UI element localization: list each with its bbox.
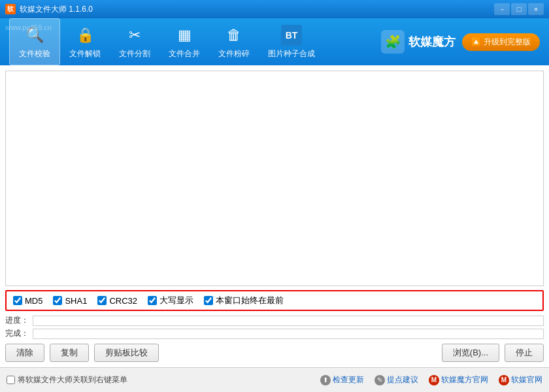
checkbox-md5-input[interactable] [13, 296, 22, 305]
nav-label-verify: 文件校验 [19, 48, 50, 59]
brand-logo: 🧩 软媒魔方 [381, 30, 456, 54]
nav-label-merge: 文件合并 [169, 48, 200, 59]
close-button[interactable]: × [528, 3, 544, 15]
browse-button[interactable]: 浏览(B)... [442, 344, 499, 362]
checkbox-crc32[interactable]: CRC32 [97, 296, 137, 306]
nav-items: 🔍 文件校验 🔒 文件解锁 ✂ 文件分割 ▦ 文件合并 🗑 文件粉碎 BT 图片… [9, 18, 324, 65]
content-box[interactable] [5, 71, 544, 286]
progress-bar [33, 316, 544, 326]
buttons-row: 清除 复制 剪贴板比较 浏览(B)... 停止 [5, 344, 544, 362]
nav-label-shred: 文件粉碎 [218, 48, 250, 59]
upgrade-button[interactable]: 🔼 升级到完整版 [462, 33, 540, 51]
progress-row: 进度： [5, 315, 544, 326]
checkbox-sha1[interactable]: SHA1 [53, 296, 87, 306]
upgrade-label: 升级到完整版 [484, 37, 531, 48]
suggestion-label: 提点建议 [387, 374, 418, 385]
checkbox-uppercase-label: 大写显示 [159, 295, 193, 306]
options-row: MD5 SHA1 CRC32 大写显示 本窗口始终在最前 [5, 290, 544, 311]
complete-label: 完成： [5, 328, 29, 339]
checkbox-sha1-label: SHA1 [65, 296, 87, 306]
checkbox-crc32-input[interactable] [97, 296, 107, 305]
ruanmei-official-label: 软媒魔方官网 [441, 374, 488, 385]
clear-button[interactable]: 清除 [5, 344, 44, 362]
ruanmei-label: 软媒官网 [511, 374, 542, 385]
status-bar: 将软媒文件大师关联到右键菜单 ⬆ 检查更新 ✎ 提点建议 M 软媒魔方官网 M … [0, 367, 549, 392]
app-icon: 软 [5, 4, 16, 14]
stop-button[interactable]: 停止 [505, 344, 544, 362]
merge-icon: ▦ [174, 25, 195, 46]
brand-icon: 🧩 [381, 30, 405, 54]
nav-item-btseed[interactable]: BT 图片种子合成 [259, 18, 324, 65]
status-checkbox-input[interactable] [7, 376, 15, 384]
verify-icon: 🔍 [24, 25, 45, 46]
compare-button[interactable]: 剪贴板比较 [94, 344, 159, 362]
checkbox-md5-label: MD5 [25, 296, 42, 306]
shred-icon: 🗑 [224, 25, 244, 46]
checkbox-uppercase-input[interactable] [148, 296, 157, 305]
status-checkbox-label: 将软媒文件大师关联到右键菜单 [18, 374, 127, 385]
checkbox-ontop-input[interactable] [204, 296, 213, 305]
upgrade-arrow-icon: 🔼 [471, 37, 481, 46]
nav-item-decrypt[interactable]: 🔒 文件解锁 [60, 18, 110, 65]
nav-item-split[interactable]: ✂ 文件分割 [110, 18, 159, 65]
check-update-link[interactable]: ⬆ 检查更新 [320, 374, 364, 385]
brand-name: 软媒魔方 [408, 34, 456, 50]
toolbar-right: 🧩 软媒魔方 🔼 升级到完整版 [381, 18, 546, 65]
ruanmei-link[interactable]: M 软媒官网 [499, 374, 542, 385]
nav-label-split: 文件分割 [119, 48, 150, 59]
checkbox-md5[interactable]: MD5 [13, 296, 42, 306]
window-controls: － □ × [494, 3, 544, 15]
nav-item-merge[interactable]: ▦ 文件合并 [159, 18, 209, 65]
status-checkbox[interactable]: 将软媒文件大师关联到右键菜单 [7, 374, 127, 385]
nav-item-shred[interactable]: 🗑 文件粉碎 [209, 18, 259, 65]
status-links: ⬆ 检查更新 ✎ 提点建议 M 软媒魔方官网 M 软媒官网 [320, 374, 542, 385]
title-bar: 软 软媒文件大师 1.1.6.0 － □ × [0, 0, 549, 18]
ruanmei-official-icon: M [429, 375, 439, 385]
check-update-label: 检查更新 [333, 374, 364, 385]
maximize-button[interactable]: □ [511, 3, 527, 15]
ruanmei-icon: M [499, 375, 509, 385]
checkbox-ontop-label: 本窗口始终在最前 [216, 295, 284, 306]
nav-item-verify[interactable]: 🔍 文件校验 [9, 18, 60, 65]
checkbox-crc32-label: CRC32 [109, 296, 137, 306]
nav-label-btseed: 图片种子合成 [268, 48, 315, 59]
ruanmei-official-link[interactable]: M 软媒魔方官网 [429, 374, 488, 385]
check-update-icon: ⬆ [320, 375, 331, 385]
complete-bar [33, 329, 544, 339]
toolbar: www.pc259.cn 🔍 文件校验 🔒 文件解锁 ✂ 文件分割 ▦ 文件合并… [0, 18, 549, 65]
copy-button[interactable]: 复制 [50, 344, 89, 362]
checkbox-ontop[interactable]: 本窗口始终在最前 [204, 295, 284, 306]
split-icon: ✂ [124, 25, 145, 46]
suggestion-icon: ✎ [374, 375, 385, 385]
suggestion-link[interactable]: ✎ 提点建议 [374, 374, 418, 385]
nav-label-decrypt: 文件解锁 [69, 48, 101, 59]
checkbox-sha1-input[interactable] [53, 296, 62, 305]
title-bar-left: 软 软媒文件大师 1.1.6.0 [5, 4, 93, 15]
app-title: 软媒文件大师 1.1.6.0 [20, 4, 93, 15]
checkbox-uppercase[interactable]: 大写显示 [148, 295, 193, 306]
progress-label: 进度： [5, 315, 29, 326]
progress-area: 进度： 完成： [5, 315, 544, 341]
complete-row: 完成： [5, 328, 544, 339]
minimize-button[interactable]: － [494, 3, 510, 15]
main-content: MD5 SHA1 CRC32 大写显示 本窗口始终在最前 进度： 完成： [0, 65, 549, 367]
btseed-icon: BT [281, 25, 302, 46]
decrypt-icon: 🔒 [75, 25, 95, 46]
